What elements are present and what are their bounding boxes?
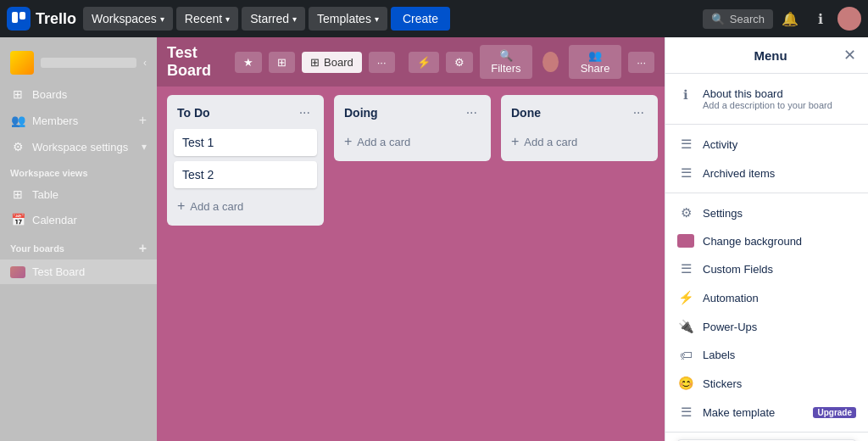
template-icon: ☰ — [677, 405, 694, 420]
stickers-icon: 😊 — [677, 376, 694, 391]
board-color — [10, 266, 25, 278]
plus-icon: + — [344, 134, 352, 149]
card-test1[interactable]: Test 1 — [174, 129, 317, 156]
workspaces-nav-btn[interactable]: Workspaces ▾ — [83, 7, 173, 31]
logo-text: Trello — [36, 10, 76, 28]
board-header: Test Board ★ ⊞ ⊞ Board ··· ⚡ ⚙ 🔍 Filters… — [157, 37, 665, 87]
chevron-down-icon: ▾ — [160, 14, 164, 24]
column-doing-menu-button[interactable]: ··· — [463, 103, 481, 122]
create-button[interactable]: Create — [391, 7, 450, 31]
filter-button[interactable]: 🔍 Filters — [480, 45, 533, 79]
column-doing: Doing ··· + Add a card — [334, 95, 491, 161]
chevron-down-icon: ▾ — [375, 14, 379, 24]
add-board-icon[interactable]: + — [139, 241, 147, 256]
starred-nav-btn[interactable]: Starred ▾ — [242, 7, 305, 31]
sidebar-item-members[interactable]: 👥 Members + — [0, 107, 157, 134]
archive-icon: ☰ — [677, 165, 694, 181]
plus-icon: + — [177, 198, 185, 214]
workspace-icon — [10, 51, 34, 75]
sidebar-item-test-board[interactable]: Test Board — [0, 260, 157, 284]
menu-header: Menu ✕ — [665, 37, 868, 74]
top-nav: Trello Workspaces ▾ Recent ▾ Starred ▾ T… — [0, 0, 868, 37]
column-done-header: Done ··· — [508, 102, 651, 124]
column-todo: To Do ··· Test 1 Test 2 + Add a card — [167, 95, 324, 226]
board-columns: To Do ··· Test 1 Test 2 + Add a card — [157, 87, 665, 441]
avatar[interactable] — [837, 7, 861, 31]
chevron-down-icon: ▾ — [292, 14, 297, 24]
search-icon: 🔍 — [711, 13, 725, 25]
column-doing-header: Doing ··· — [341, 102, 484, 124]
menu-panel: Menu ✕ ℹ About this board Add a descript… — [665, 37, 868, 441]
menu-item-stickers[interactable]: 😊 Stickers — [665, 369, 868, 398]
workspace-visibility-button[interactable]: ⊞ — [269, 52, 295, 73]
upgrade-badge[interactable]: Upgrade — [813, 407, 856, 418]
automation-icon: ⚡ — [677, 290, 694, 305]
sidebar-item-table[interactable]: ⊞ Table — [0, 181, 157, 207]
notifications-button[interactable]: 🔔 — [776, 5, 804, 32]
menu-item-labels[interactable]: 🏷 Labels — [665, 341, 868, 369]
info-button[interactable]: ℹ — [807, 5, 834, 32]
board-avatar[interactable] — [542, 52, 559, 72]
add-card-doing-button[interactable]: + Add a card — [341, 129, 484, 154]
menu-item-power-ups[interactable]: 🔌 Power-Ups — [665, 312, 868, 341]
table-icon: ⊞ — [10, 187, 25, 201]
column-todo-menu-button[interactable]: ··· — [296, 103, 314, 122]
sidebar-item-boards[interactable]: ⊞ Boards — [0, 81, 157, 107]
automation-button[interactable]: ⚙ — [446, 52, 473, 73]
plus-icon: + — [511, 134, 519, 149]
custom-fields-icon: ☰ — [677, 261, 694, 276]
add-card-done-button[interactable]: + Add a card — [508, 129, 651, 154]
menu-item-activity[interactable]: ☰ Activity — [665, 130, 868, 159]
workspace-switcher[interactable]: ‹ — [0, 44, 157, 81]
menu-title: Menu — [698, 48, 843, 63]
board-view-button[interactable]: ⊞ Board — [302, 52, 362, 73]
customize-button[interactable]: ··· — [369, 52, 395, 73]
sidebar: ‹ ⊞ Boards 👥 Members + ⚙ Workspace setti… — [0, 37, 157, 441]
sidebar-item-calendar[interactable]: 📅 Calendar — [0, 207, 157, 232]
settings-icon: ⚙ — [677, 205, 694, 220]
menu-close-button[interactable]: ✕ — [843, 47, 856, 63]
card-test2[interactable]: Test 2 — [174, 161, 317, 188]
calendar-icon: 📅 — [10, 213, 25, 226]
logo[interactable]: Trello — [7, 7, 76, 31]
menu-item-change-background[interactable]: Change background — [665, 227, 868, 254]
menu-activity-section: ☰ Activity ☰ Archived items — [665, 125, 868, 193]
power-ups-icon: 🔌 — [677, 319, 694, 334]
info-icon: ℹ — [677, 87, 694, 103]
column-doing-title: Doing — [344, 106, 378, 120]
menu-button[interactable]: ··· — [628, 52, 654, 73]
templates-nav-btn[interactable]: Templates ▾ — [309, 7, 387, 31]
search-bar[interactable]: 🔍 Search — [703, 9, 773, 29]
menu-item-settings[interactable]: ⚙ Settings — [665, 198, 868, 227]
settings-icon: ⚙ — [10, 140, 25, 154]
background-color-swatch — [677, 234, 694, 248]
members-icon: 👥 — [10, 114, 25, 127]
column-todo-title: To Do — [177, 106, 210, 120]
activity-icon: ☰ — [677, 137, 694, 152]
add-member-icon[interactable]: + — [139, 113, 147, 128]
add-card-todo-button[interactable]: + Add a card — [174, 193, 317, 219]
star-button[interactable]: ★ — [235, 52, 262, 73]
column-done-menu-button[interactable]: ··· — [630, 103, 648, 122]
svg-rect-0 — [12, 12, 18, 23]
menu-item-automation[interactable]: ⚡ Automation — [665, 283, 868, 312]
share-button[interactable]: 👥 Share — [569, 45, 621, 79]
board-title: Test Board — [167, 44, 228, 80]
column-done: Done ··· + Add a card — [501, 95, 658, 161]
menu-item-custom-fields[interactable]: ☰ Custom Fields — [665, 254, 868, 283]
menu-about-item[interactable]: ℹ About this board Add a description to … — [665, 79, 868, 119]
labels-icon: 🏷 — [677, 348, 694, 362]
menu-item-archived-items[interactable]: ☰ Archived items — [665, 159, 868, 187]
sidebar-item-workspace-settings[interactable]: ⚙ Workspace settings ▾ — [0, 134, 157, 159]
board-view-icon: ⊞ — [310, 56, 320, 69]
power-ups-button[interactable]: ⚡ — [409, 52, 439, 73]
recent-nav-btn[interactable]: Recent ▾ — [176, 7, 238, 31]
workspace-views-header: Workspace views — [0, 159, 157, 181]
menu-settings-section: ⚙ Settings Change background ☰ Custom Fi… — [665, 193, 868, 433]
menu-item-make-template[interactable]: ☰ Make template Upgrade — [665, 398, 868, 427]
main-layout: ‹ ⊞ Boards 👥 Members + ⚙ Workspace setti… — [0, 37, 868, 441]
column-todo-header: To Do ··· — [174, 102, 317, 124]
chevron-down-icon: ▾ — [225, 14, 230, 24]
svg-rect-1 — [19, 12, 25, 20]
column-done-title: Done — [511, 106, 541, 120]
